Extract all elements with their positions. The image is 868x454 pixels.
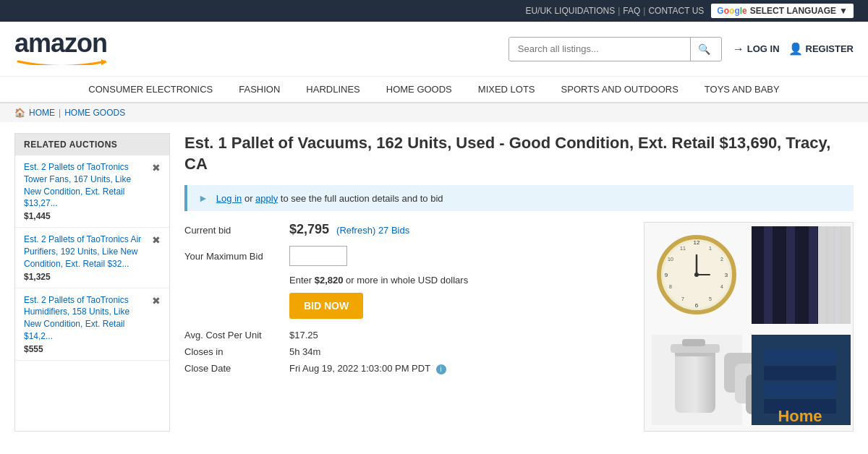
bid-hint-amount: $2,820	[315, 275, 344, 286]
svg-text:5: 5	[709, 296, 712, 301]
svg-text:9: 9	[665, 272, 668, 278]
faq-link[interactable]: FAQ	[623, 6, 640, 16]
nav-toys-baby[interactable]: TOYS AND BABY	[692, 77, 793, 102]
top-bar: EU/UK LIQUIDATIONS | FAQ | CONTACT US Go…	[0, 0, 868, 22]
sep1: |	[618, 6, 620, 16]
svg-rect-20	[752, 226, 762, 324]
apply-notice-link[interactable]: apply	[255, 193, 278, 204]
max-bid-label: Your Maximum Bid	[184, 251, 282, 262]
svg-text:8: 8	[669, 284, 672, 289]
sidebar-price-1: $1,445	[24, 211, 148, 221]
login-notice: ► Log in or apply to see the full auctio…	[184, 185, 854, 211]
listing-title: Est. 1 Pallet of Vacuums, 162 Units, Use…	[184, 133, 854, 174]
notice-arrow-icon: ►	[198, 192, 208, 204]
max-bid-input[interactable]	[289, 246, 347, 266]
current-bid-value: $2,795	[289, 222, 329, 237]
sidebar-item-content-2: Est. 2 Pallets of TaoTronics Air Purifie…	[24, 234, 148, 281]
top-bar-links: EU/UK LIQUIDATIONS | FAQ | CONTACT US	[525, 6, 704, 16]
google-logo: Google	[717, 6, 746, 16]
refresh-button[interactable]: (Refresh) 27 Bids	[336, 225, 409, 236]
breadcrumb-sep: |	[59, 108, 61, 118]
sidebar-item-content-1: Est. 2 Pallets of TaoTronics Tower Fans,…	[24, 161, 148, 221]
notice-suffix: to see the full auction details and to b…	[281, 193, 443, 204]
sidebar-link-1[interactable]: Est. 2 Pallets of TaoTronics Tower Fans,…	[24, 161, 148, 210]
sidebar-price-2: $1,325	[24, 272, 148, 282]
home-icon: 🏠	[14, 108, 25, 118]
info-icon[interactable]: i	[436, 364, 446, 374]
sidebar-link-2[interactable]: Est. 2 Pallets of TaoTronics Air Purifie…	[24, 234, 148, 270]
nav-home-goods[interactable]: HOME GOODS	[373, 77, 465, 102]
logo-text: amazon	[14, 30, 109, 56]
current-bid-label: Current bid	[184, 225, 282, 236]
login-button[interactable]: → LOG IN	[733, 43, 780, 56]
svg-rect-25	[809, 226, 817, 324]
refresh-label: (Refresh)	[336, 225, 375, 236]
login-label: LOG IN	[747, 43, 780, 54]
svg-marker-0	[101, 59, 107, 65]
notice-text: Log in or apply to see the full auction …	[216, 193, 443, 204]
search-button[interactable]: 🔍	[690, 38, 718, 61]
svg-rect-37	[682, 339, 705, 346]
header-right: 🔍 → LOG IN 👤 REGISTER	[509, 37, 854, 61]
closes-in-value: 5h 34m	[289, 346, 320, 357]
listing-content: Est. 1 Pallet of Vacuums, 162 Units, Use…	[184, 133, 854, 432]
search-icon: 🔍	[698, 43, 710, 55]
close-date-row: Close Date Fri Aug 19, 2022 1:03:00 PM P…	[184, 363, 629, 374]
header-auth: → LOG IN 👤 REGISTER	[733, 42, 854, 56]
eu-uk-link[interactable]: EU/UK LIQUIDATIONS	[525, 6, 615, 16]
svg-text:2: 2	[720, 257, 723, 262]
bid-hint-suffix: or more in whole USD dollars	[343, 275, 468, 286]
product-image: 12 3 6 9 1 2 4 5 7 8 10 11	[644, 222, 854, 432]
nav-sports-outdoors[interactable]: SPORTS AND OUTDOORS	[548, 77, 692, 102]
language-arrow-icon: ▼	[839, 6, 848, 16]
svg-rect-23	[786, 226, 795, 324]
search-input[interactable]	[509, 38, 690, 60]
close-date-label: Close Date	[184, 363, 282, 374]
breadcrumb: 🏠 HOME | HOME GOODS	[0, 103, 868, 122]
avg-cost-label: Avg. Cost Per Unit	[184, 330, 282, 340]
login-notice-link[interactable]: Log in	[216, 193, 242, 204]
list-item: Est. 2 Pallets of TaoTronics Humidifiers…	[15, 288, 169, 361]
product-image-svg: 12 3 6 9 1 2 4 5 7 8 10 11	[644, 223, 854, 432]
sidebar-item-content-3: Est. 2 Pallets of TaoTronics Humidifiers…	[24, 294, 148, 354]
bid-hint: Enter $2,820 or more in whole USD dollar…	[289, 275, 629, 286]
logo[interactable]: amazon	[14, 30, 109, 67]
svg-rect-43	[764, 366, 836, 380]
contact-link[interactable]: CONTACT US	[648, 6, 704, 16]
nav-hardlines[interactable]: HARDLINES	[293, 77, 373, 102]
notice-or: or	[244, 193, 255, 204]
register-label: REGISTER	[806, 43, 854, 54]
bid-section: Current bid $2,795 (Refresh) 27 Bids You…	[184, 222, 854, 432]
header: amazon 🔍 → LOG IN 👤 REGISTER	[0, 22, 868, 77]
closes-in-row: Closes in 5h 34m	[184, 346, 629, 357]
avg-cost-value: $17.25	[289, 330, 318, 340]
nav-consumer-electronics[interactable]: CONSUMER ELECTRONICS	[75, 77, 226, 102]
language-button[interactable]: Google SELECT LANGUAGE ▼	[711, 4, 854, 18]
breadcrumb-home[interactable]: HOME	[29, 108, 55, 118]
svg-rect-22	[774, 226, 785, 324]
avg-cost-row: Avg. Cost Per Unit $17.25	[184, 330, 629, 340]
svg-text:7: 7	[681, 296, 684, 301]
svg-rect-42	[764, 349, 836, 364]
register-button[interactable]: 👤 REGISTER	[788, 42, 854, 56]
main-content: RELATED AUCTIONS Est. 2 Pallets of TaoTr…	[0, 122, 868, 442]
max-bid-row: Your Maximum Bid	[184, 246, 629, 266]
bid-now-button[interactable]: BID NOW	[289, 293, 363, 319]
search-box: 🔍	[509, 37, 722, 61]
svg-text:3: 3	[725, 272, 728, 278]
svg-rect-21	[764, 226, 773, 324]
list-item: Est. 2 Pallets of TaoTronics Tower Fans,…	[15, 155, 169, 228]
nav-mixed-lots[interactable]: MIXED LOTS	[465, 77, 548, 102]
breadcrumb-category[interactable]: HOME GOODS	[64, 108, 125, 118]
sidebar-title: RELATED AUCTIONS	[15, 134, 169, 155]
sidebar-link-3[interactable]: Est. 2 Pallets of TaoTronics Humidifiers…	[24, 294, 148, 343]
close-icon[interactable]: ✖	[152, 295, 161, 307]
svg-text:4: 4	[720, 284, 723, 289]
current-bid-row: Current bid $2,795 (Refresh) 27 Bids	[184, 222, 629, 237]
close-date-value: Fri Aug 19, 2022 1:03:00 PM PDT i	[289, 363, 446, 374]
close-icon[interactable]: ✖	[152, 162, 161, 174]
nav-fashion[interactable]: FASHION	[226, 77, 293, 102]
close-icon[interactable]: ✖	[152, 234, 161, 246]
bid-left: Current bid $2,795 (Refresh) 27 Bids You…	[184, 222, 629, 432]
sep2: |	[643, 6, 645, 16]
